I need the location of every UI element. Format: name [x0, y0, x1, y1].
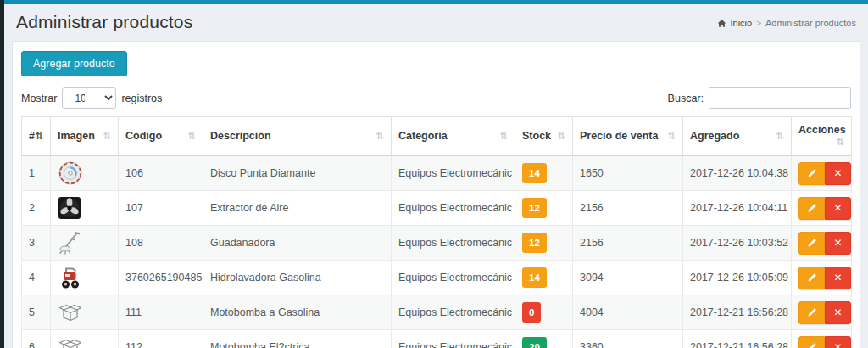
cell-precio: 1650 — [573, 156, 683, 191]
sort-icon: ⇅ — [36, 130, 43, 143]
pencil-icon — [807, 203, 817, 213]
column-header-descripcion[interactable]: Descripción⇅ — [203, 117, 392, 156]
breadcrumb: Inicio > Administrar productos — [717, 18, 856, 28]
cell-descripcion: Hidrolavadora Gasolina — [203, 261, 392, 295]
cell-agregado: 2017-12-21 16:56:28 — [683, 295, 792, 330]
table-row: 6 112 Motobomba El?ctrica Equipos Electr… — [22, 330, 852, 348]
open-box-icon — [58, 300, 83, 325]
cell-descripcion: Guadañadora — [203, 226, 392, 261]
cell-acciones: ✕ — [792, 330, 852, 348]
content-wrapper: Administrar productos Inicio > Administr… — [4, 0, 868, 348]
cell-precio: 2156 — [573, 191, 683, 226]
cell-agregado: 2017-12-21 16:56:28 — [683, 330, 792, 348]
add-product-button[interactable]: Agregar producto — [21, 51, 127, 76]
row-actions: ✕ — [798, 232, 851, 255]
pressure-washer-icon — [58, 265, 83, 290]
column-header-imagen[interactable]: Imagen⇅ — [51, 117, 119, 156]
delete-button[interactable]: ✕ — [825, 267, 851, 289]
cell-categoria: Equipos Electromecánic — [392, 226, 515, 261]
column-header-num[interactable]: #⇅ — [22, 117, 51, 156]
cell-image — [51, 330, 119, 348]
header-row: #⇅Imagen⇅Código⇅Descripción⇅Categoría⇅St… — [22, 117, 852, 156]
delete-button[interactable]: ✕ — [825, 301, 851, 324]
cell-codigo: 107 — [119, 191, 203, 226]
stock-badge: 0 — [522, 302, 541, 323]
stock-badge: 12 — [522, 233, 547, 253]
cell-stock: 14 — [515, 156, 573, 191]
sort-icon: ⇅ — [558, 130, 565, 143]
stock-badge: 12 — [522, 198, 547, 218]
edit-button[interactable] — [798, 267, 825, 289]
sort-icon: ⇅ — [776, 130, 784, 143]
delete-button[interactable]: ✕ — [825, 162, 851, 185]
cell-image — [51, 295, 119, 330]
pencil-icon — [807, 342, 817, 348]
breadcrumb-home-label: Inicio — [730, 18, 752, 28]
edit-button[interactable] — [798, 232, 825, 255]
top-accent-bar — [0, 0, 868, 4]
row-actions: ✕ — [798, 336, 851, 348]
page-title: Administrar productos — [16, 12, 192, 32]
cell-agregado: 2017-12-26 10:03:52 — [683, 226, 792, 261]
cell-codigo: 112 — [119, 330, 203, 348]
x-icon: ✕ — [833, 306, 842, 318]
table-row: 5 111 Motobomba a Gasolina Equipos Elect… — [22, 295, 852, 330]
edit-button[interactable] — [798, 162, 825, 185]
cell-stock: 14 — [515, 261, 573, 295]
pencil-icon — [807, 168, 817, 178]
column-header-acciones[interactable]: Acciones⇅ — [792, 117, 852, 156]
x-icon: ✕ — [833, 272, 842, 283]
sort-icon: ⇅ — [837, 136, 844, 149]
row-actions: ✕ — [798, 162, 851, 185]
column-header-categoria[interactable]: Categoría⇅ — [392, 117, 515, 156]
column-label: Descripción — [210, 130, 271, 142]
saw-disc-icon — [58, 160, 83, 186]
page-size-select[interactable]: 10 — [62, 87, 116, 109]
cell-precio: 3360 — [573, 330, 683, 348]
cell-descripcion: Extractor de Aire — [203, 191, 392, 226]
fan-icon — [58, 195, 83, 221]
products-table: #⇅Imagen⇅Código⇅Descripción⇅Categoría⇅St… — [21, 116, 852, 348]
column-label: Código — [125, 130, 162, 142]
cell-stock: 12 — [515, 226, 573, 261]
row-actions: ✕ — [798, 267, 851, 289]
pencil-icon — [807, 307, 817, 317]
edit-button[interactable] — [798, 301, 825, 324]
column-header-stock[interactable]: Stock⇅ — [515, 117, 573, 156]
x-icon: ✕ — [833, 237, 842, 249]
search-label: Buscar: — [668, 93, 704, 104]
cell-index: 3 — [22, 226, 51, 261]
cell-categoria: Equipos Electromecánic — [392, 191, 515, 226]
cell-stock: 20 — [515, 330, 573, 348]
search-input[interactable] — [709, 87, 851, 109]
breadcrumb-home-link[interactable]: Inicio — [717, 18, 752, 28]
trimmer-icon — [58, 230, 83, 255]
delete-button[interactable]: ✕ — [825, 197, 851, 220]
table-head: #⇅Imagen⇅Código⇅Descripción⇅Categoría⇅St… — [22, 117, 852, 156]
delete-button[interactable]: ✕ — [825, 232, 851, 255]
cell-descripcion: Disco Punta Diamante — [203, 156, 392, 191]
cell-image — [51, 261, 119, 295]
delete-button[interactable]: ✕ — [825, 336, 851, 348]
sidebar-edge — [0, 0, 4, 348]
column-header-precio-de-venta[interactable]: Precio de venta⇅ — [573, 117, 683, 156]
cell-categoria: Equipos Electromecánic — [392, 261, 515, 295]
column-header-agregado[interactable]: Agregado⇅ — [683, 117, 792, 156]
edit-button[interactable] — [798, 336, 825, 348]
column-label: Stock — [522, 130, 551, 142]
row-actions: ✕ — [798, 301, 851, 324]
table-controls: Mostrar 10 registros Buscar: — [21, 87, 851, 109]
table-row: 1 106 Disco Punta Diamante Equipos Elect… — [22, 156, 852, 191]
column-label: Agregado — [690, 130, 739, 142]
edit-button[interactable] — [798, 197, 825, 220]
sort-icon: ⇅ — [103, 130, 111, 143]
cell-index: 5 — [22, 295, 51, 330]
cell-precio: 2156 — [573, 226, 683, 261]
table-body: 1 106 Disco Punta Diamante Equipos Elect… — [22, 156, 852, 348]
cell-agregado: 2017-12-26 10:04:38 — [683, 156, 792, 191]
cell-categoria: Equipos Electromecánic — [392, 156, 515, 191]
table-row: 2 107 Extractor de Aire Equipos Electrom… — [22, 191, 852, 226]
cell-codigo: 108 — [119, 226, 203, 261]
home-icon — [717, 19, 726, 28]
column-header-codigo[interactable]: Código⇅ — [119, 117, 203, 156]
